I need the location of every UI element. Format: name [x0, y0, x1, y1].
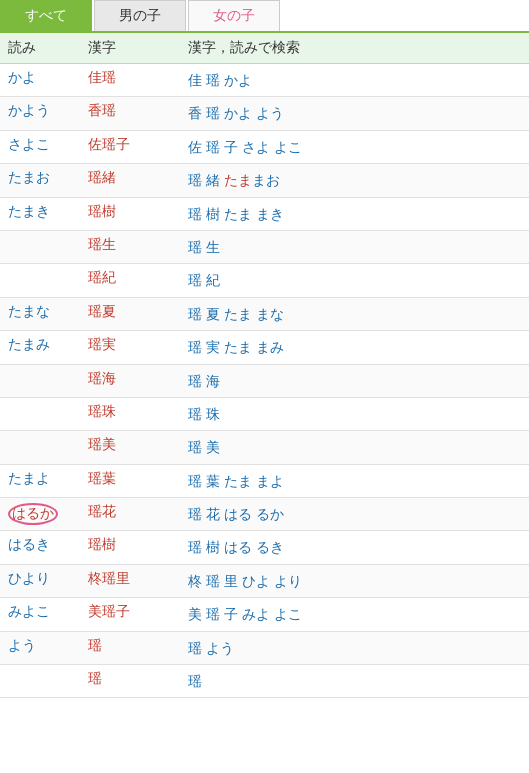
yomi-cell[interactable]: たまみ: [0, 331, 80, 364]
table-row: さよこ佐瑶子佐 瑶 子 さよ よこ: [0, 130, 529, 163]
search-cell: 瑶 花 はる るか: [180, 498, 529, 531]
header-kanji: 漢字: [80, 33, 180, 64]
search-cell: 佳 瑶 かよ: [180, 64, 529, 97]
search-cell: 瑶 樹 はる るき: [180, 531, 529, 564]
yomi-cell[interactable]: みよこ: [0, 598, 80, 631]
kanji-cell[interactable]: 瑶樹: [80, 197, 180, 230]
search-cell: 瑶 緒 たままお: [180, 164, 529, 197]
kanji-cell[interactable]: 瑶緒: [80, 164, 180, 197]
yomi-cell[interactable]: はるき: [0, 531, 80, 564]
table-row: 瑶美瑶 美: [0, 431, 529, 464]
yomi-cell[interactable]: かよ: [0, 64, 80, 97]
table-row: かよ佳瑶佳 瑶 かよ: [0, 64, 529, 97]
table-row: たまお瑶緒瑶 緒 たままお: [0, 164, 529, 197]
yomi-cell[interactable]: たまお: [0, 164, 80, 197]
table-row: 瑶生瑶 生: [0, 230, 529, 263]
kanji-cell[interactable]: 瑶: [80, 631, 180, 664]
search-cell: 香 瑶 かよ よう: [180, 97, 529, 130]
table-row: 瑶珠瑶 珠: [0, 397, 529, 430]
yomi-cell: [0, 431, 80, 464]
search-cell: 佐 瑶 子 さよ よこ: [180, 130, 529, 163]
kanji-cell[interactable]: 瑶美: [80, 431, 180, 464]
kanji-cell[interactable]: 瑶紀: [80, 264, 180, 297]
yomi-cell[interactable]: ひより: [0, 564, 80, 597]
search-cell: 瑶 夏 たま まな: [180, 297, 529, 330]
yomi-cell[interactable]: たまよ: [0, 464, 80, 497]
yomi-cell: [0, 397, 80, 430]
search-cell: 瑶 よう: [180, 631, 529, 664]
table-row: ひより柊瑶里柊 瑶 里 ひよ より: [0, 564, 529, 597]
search-cell: 瑶 紀: [180, 264, 529, 297]
kanji-cell[interactable]: 柊瑶里: [80, 564, 180, 597]
search-cell: 瑶 海: [180, 364, 529, 397]
table-row: はるき瑶樹瑶 樹 はる るき: [0, 531, 529, 564]
kanji-cell[interactable]: 瑶花: [80, 498, 180, 531]
kanji-cell[interactable]: 瑶: [80, 665, 180, 698]
table-header: 読み 漢字 漢字，読みで検索: [0, 33, 529, 64]
tab-girl[interactable]: 女の子: [188, 0, 280, 31]
search-cell: 瑶 美: [180, 431, 529, 464]
yomi-cell: [0, 665, 80, 698]
yomi-cell[interactable]: かよう: [0, 97, 80, 130]
search-cell: 瑶 樹 たま まき: [180, 197, 529, 230]
kanji-cell[interactable]: 瑶実: [80, 331, 180, 364]
kanji-cell[interactable]: 佳瑶: [80, 64, 180, 97]
yomi-cell[interactable]: たまな: [0, 297, 80, 330]
kanji-cell[interactable]: 美瑶子: [80, 598, 180, 631]
kanji-cell[interactable]: 瑶樹: [80, 531, 180, 564]
header-yomi: 読み: [0, 33, 80, 64]
tab-all[interactable]: すべて: [0, 0, 92, 31]
table-row: たまき瑶樹瑶 樹 たま まき: [0, 197, 529, 230]
kanji-cell[interactable]: 瑶夏: [80, 297, 180, 330]
yomi-cell: [0, 364, 80, 397]
table-row: たまよ瑶葉瑶 葉 たま まよ: [0, 464, 529, 497]
yomi-cell: [0, 264, 80, 297]
search-cell: 瑶: [180, 665, 529, 698]
table-row: よう瑶瑶 よう: [0, 631, 529, 664]
table-row: 瑶紀瑶 紀: [0, 264, 529, 297]
search-cell: 瑶 珠: [180, 397, 529, 430]
table-row: はるか瑶花瑶 花 はる るか: [0, 498, 529, 531]
search-cell: 瑶 葉 たま まよ: [180, 464, 529, 497]
kanji-cell[interactable]: 瑶葉: [80, 464, 180, 497]
yomi-cell: [0, 230, 80, 263]
yomi-cell[interactable]: たまき: [0, 197, 80, 230]
kanji-cell[interactable]: 瑶海: [80, 364, 180, 397]
kanji-cell[interactable]: 瑶珠: [80, 397, 180, 430]
yomi-cell[interactable]: よう: [0, 631, 80, 664]
tab-bar: すべて 男の子 女の子: [0, 0, 529, 33]
search-cell: 瑶 実 たま まみ: [180, 331, 529, 364]
kanji-cell[interactable]: 佐瑶子: [80, 130, 180, 163]
table-row: 瑶瑶: [0, 665, 529, 698]
table-row: たまみ瑶実瑶 実 たま まみ: [0, 331, 529, 364]
table-row: かよう香瑶香 瑶 かよ よう: [0, 97, 529, 130]
search-cell: 瑶 生: [180, 230, 529, 263]
tab-boy[interactable]: 男の子: [94, 0, 186, 31]
header-search: 漢字，読みで検索: [180, 33, 529, 64]
table-row: みよこ美瑶子美 瑶 子 みよ よこ: [0, 598, 529, 631]
yomi-cell[interactable]: はるか: [0, 498, 80, 531]
kanji-cell[interactable]: 瑶生: [80, 230, 180, 263]
search-cell: 柊 瑶 里 ひよ より: [180, 564, 529, 597]
table-row: 瑶海瑶 海: [0, 364, 529, 397]
kanji-cell[interactable]: 香瑶: [80, 97, 180, 130]
search-cell: 美 瑶 子 みよ よこ: [180, 598, 529, 631]
table-row: たまな瑶夏瑶 夏 たま まな: [0, 297, 529, 330]
yomi-cell[interactable]: さよこ: [0, 130, 80, 163]
